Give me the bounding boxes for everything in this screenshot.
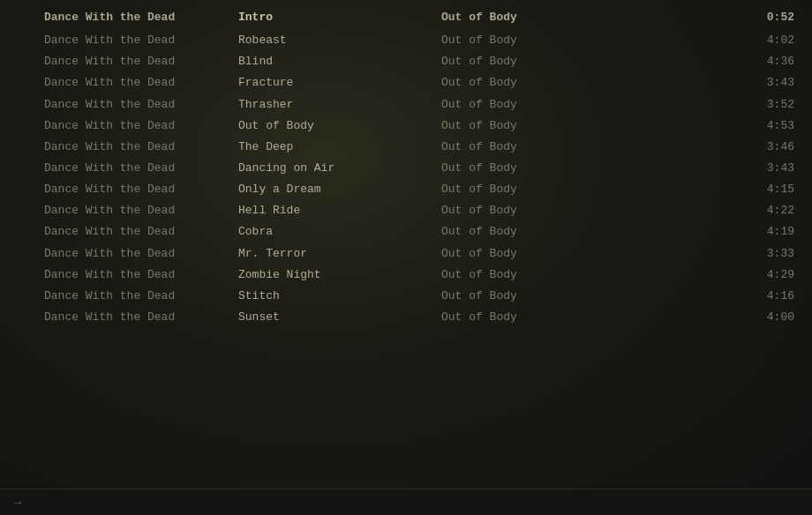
header-title: Intro [238, 9, 441, 26]
track-duration: 3:52 [618, 96, 794, 114]
track-duration: 4:02 [618, 32, 794, 49]
track-title: Stitch [238, 287, 441, 305]
track-duration: 4:19 [618, 223, 794, 241]
track-list-header: Dance With the Dead Intro Out of Body 0:… [0, 7, 812, 28]
track-album: Out of Body [441, 138, 618, 156]
track-artist: Dance With the Dead [44, 202, 238, 220]
track-artist: Dance With the Dead [44, 74, 238, 92]
table-row[interactable]: Dance With the DeadSunsetOut of Body4:00 [0, 307, 812, 328]
table-row[interactable]: Dance With the DeadOut of BodyOut of Bod… [0, 116, 812, 137]
track-duration: 4:00 [618, 309, 794, 326]
header-duration: 0:52 [618, 9, 794, 26]
track-title: Fracture [238, 74, 441, 92]
track-title: Only a Dream [238, 181, 441, 198]
track-title: The Deep [238, 138, 441, 156]
track-title: Hell Ride [238, 202, 441, 220]
track-artist: Dance With the Dead [44, 287, 238, 305]
track-title: Out of Body [238, 117, 441, 135]
track-title: Mr. Terror [238, 245, 441, 263]
track-album: Out of Body [441, 74, 618, 92]
track-title: Dancing on Air [238, 160, 441, 177]
track-album: Out of Body [441, 309, 618, 326]
track-artist: Dance With the Dead [44, 53, 238, 71]
track-duration: 4:53 [618, 117, 794, 135]
track-duration: 3:43 [618, 74, 794, 92]
track-title: Cobra [238, 223, 441, 241]
table-row[interactable]: Dance With the DeadZombie NightOut of Bo… [0, 265, 812, 286]
track-duration: 3:43 [618, 160, 794, 177]
track-artist: Dance With the Dead [44, 96, 238, 114]
track-duration: 4:16 [618, 287, 794, 305]
track-artist: Dance With the Dead [44, 117, 238, 135]
header-album: Out of Body [441, 9, 618, 26]
table-row[interactable]: Dance With the DeadOnly a DreamOut of Bo… [0, 179, 812, 200]
table-row[interactable]: Dance With the DeadBlindOut of Body4:36 [0, 51, 812, 72]
header-artist: Dance With the Dead [44, 9, 238, 26]
table-row[interactable]: Dance With the DeadThrasherOut of Body3:… [0, 94, 812, 116]
track-artist: Dance With the Dead [44, 32, 238, 49]
arrow-icon: → [14, 496, 21, 510]
track-artist: Dance With the Dead [44, 245, 238, 263]
table-row[interactable]: Dance With the DeadFractureOut of Body3:… [0, 72, 812, 93]
track-duration: 4:36 [618, 53, 794, 71]
table-row[interactable]: Dance With the DeadStitchOut of Body4:16 [0, 286, 812, 307]
track-duration: 3:33 [618, 245, 794, 263]
track-duration: 4:15 [618, 181, 794, 198]
track-artist: Dance With the Dead [44, 181, 238, 198]
track-album: Out of Body [441, 287, 618, 305]
track-album: Out of Body [441, 160, 618, 177]
track-album: Out of Body [441, 245, 618, 263]
track-title: Sunset [238, 309, 441, 326]
track-album: Out of Body [441, 53, 618, 71]
track-album: Out of Body [441, 96, 618, 114]
table-row[interactable]: Dance With the DeadMr. TerrorOut of Body… [0, 243, 812, 265]
track-artist: Dance With the Dead [44, 223, 238, 241]
track-artist: Dance With the Dead [44, 266, 238, 284]
track-album: Out of Body [441, 266, 618, 284]
track-duration: 4:29 [618, 266, 794, 284]
table-row[interactable]: Dance With the DeadRobeastOut of Body4:0… [0, 30, 812, 51]
track-duration: 3:46 [618, 138, 794, 156]
track-artist: Dance With the Dead [44, 160, 238, 177]
table-row[interactable]: Dance With the DeadHell RideOut of Body4… [0, 200, 812, 221]
track-list: Dance With the Dead Intro Out of Body 0:… [0, 0, 812, 335]
track-title: Zombie Night [238, 266, 441, 284]
bottom-bar: → [0, 489, 812, 515]
track-artist: Dance With the Dead [44, 309, 238, 326]
track-title: Robeast [238, 32, 441, 49]
track-album: Out of Body [441, 117, 618, 135]
track-album: Out of Body [441, 223, 618, 241]
track-duration: 4:22 [618, 202, 794, 220]
table-row[interactable]: Dance With the DeadCobraOut of Body4:19 [0, 221, 812, 243]
track-title: Blind [238, 53, 441, 71]
track-album: Out of Body [441, 202, 618, 220]
table-row[interactable]: Dance With the DeadThe DeepOut of Body3:… [0, 137, 812, 158]
track-album: Out of Body [441, 32, 618, 49]
track-album: Out of Body [441, 181, 618, 198]
table-row[interactable]: Dance With the DeadDancing on AirOut of … [0, 158, 812, 179]
track-title: Thrasher [238, 96, 441, 114]
track-artist: Dance With the Dead [44, 138, 238, 156]
